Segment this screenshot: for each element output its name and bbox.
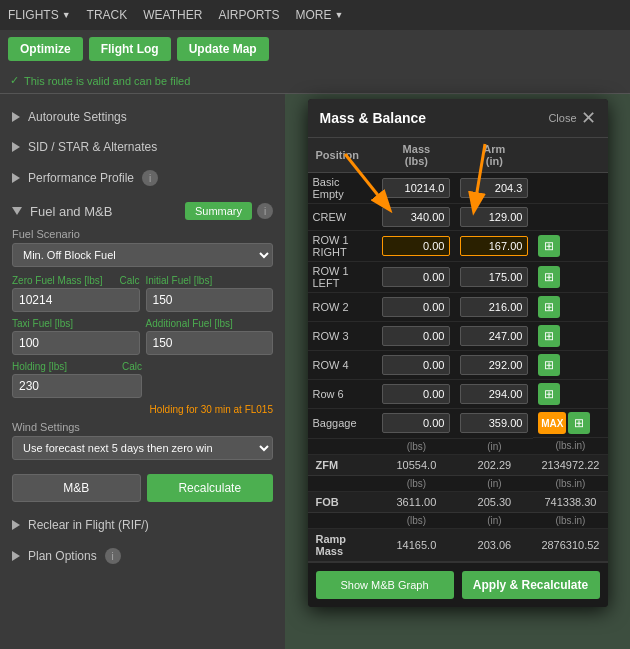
row1right-arm-input[interactable] — [460, 236, 528, 256]
ramp-subheader: (lbs) (in) (lbs.in) — [308, 512, 608, 528]
mass-balance-modal: Mass & Balance Close ✕ Position Mass(lbs… — [308, 99, 608, 607]
crew-mass-input[interactable] — [382, 207, 450, 227]
zfm-label: ZFM — [308, 454, 378, 475]
row1right-mass-input[interactable] — [382, 236, 450, 256]
subheader-in: (in) — [455, 438, 533, 454]
table-row: ROW 4 ⊞ — [308, 351, 608, 380]
nav-track[interactable]: TRACK — [87, 8, 128, 22]
row6-mass-input[interactable] — [382, 384, 450, 404]
row3-arm-input[interactable] — [460, 326, 528, 346]
fuel-expand-icon — [12, 207, 22, 215]
fob-label: FOB — [308, 491, 378, 512]
fob-lbs: 3611.00 — [377, 491, 455, 512]
row3-mass-input[interactable] — [382, 326, 450, 346]
taxi-fuel-row: Taxi Fuel [lbs] Additional Fuel [lbs] — [12, 318, 273, 355]
plan-expand-icon — [12, 551, 20, 561]
fuel-info-icon[interactable]: i — [257, 203, 273, 219]
holding-note: Holding for 30 min at FL015 — [12, 404, 273, 415]
close-label: Close — [548, 112, 576, 124]
col-arm: Arm(in) — [455, 138, 533, 173]
table-row: CREW — [308, 204, 608, 231]
plan-options-section[interactable]: Plan Options i — [0, 540, 285, 572]
position-label: ROW 1RIGHT — [308, 231, 378, 262]
initial-fuel-input[interactable] — [146, 288, 274, 312]
table-row: Row 6 ⊞ — [308, 380, 608, 409]
fob-subheader-lbs: (lbs) — [377, 475, 455, 491]
nav-weather[interactable]: WEATHER — [143, 8, 202, 22]
row4-arm-input[interactable] — [460, 355, 528, 375]
plan-info-icon[interactable]: i — [105, 548, 121, 564]
subheader-lbs: (lbs) — [377, 438, 455, 454]
row4-mass-input[interactable] — [382, 355, 450, 375]
wind-settings-select[interactable]: Use forecast next 5 days then zero win — [12, 436, 273, 460]
mb-button[interactable]: M&B — [12, 474, 141, 502]
fob-row: FOB 3611.00 205.30 741338.30 — [308, 491, 608, 512]
table-row: Baggage MAX ⊞ — [308, 409, 608, 439]
subheader-lbsin: (lbs.in) — [533, 438, 607, 454]
close-icon[interactable]: ✕ — [581, 107, 596, 129]
col-mass: Mass(lbs) — [377, 138, 455, 173]
nav-more[interactable]: MORE ▼ — [296, 8, 344, 22]
summary-subheader: (lbs) (in) (lbs.in) — [308, 438, 608, 454]
additional-fuel-input[interactable] — [146, 331, 274, 355]
baggage-max-button[interactable]: MAX — [538, 412, 566, 434]
row4-calc-button[interactable]: ⊞ — [538, 354, 560, 376]
row3-calc-button[interactable]: ⊞ — [538, 325, 560, 347]
performance-profile-section[interactable]: Performance Profile i — [0, 162, 285, 194]
reclear-section[interactable]: Reclear in Flight (RIF/) — [0, 510, 285, 540]
row1right-calc-button[interactable]: ⊞ — [538, 235, 560, 257]
zfm-lbsin: 2134972.22 — [533, 454, 607, 475]
performance-info-icon[interactable]: i — [142, 170, 158, 186]
row2-mass-input[interactable] — [382, 297, 450, 317]
nav-flights[interactable]: FLIGHTS ▼ — [8, 8, 71, 22]
crew-arm-input[interactable] — [460, 207, 528, 227]
row6-arm-input[interactable] — [460, 384, 528, 404]
sid-star-section[interactable]: SID / STAR & Alternates — [0, 132, 285, 162]
fob-lbsin: 741338.30 — [533, 491, 607, 512]
row2-arm-input[interactable] — [460, 297, 528, 317]
row1left-arm-input[interactable] — [460, 267, 528, 287]
modal-footer: Show M&B Graph Apply & Recalculate — [308, 562, 608, 607]
row1left-calc-button[interactable]: ⊞ — [538, 266, 560, 288]
position-label: ROW 4 — [308, 351, 378, 380]
status-bar: ✓ This route is valid and can be filed — [0, 68, 630, 94]
fuel-scenario-select[interactable]: Min. Off Block Fuel — [12, 243, 273, 267]
position-label: Baggage — [308, 409, 378, 439]
baggage-calc-button[interactable]: ⊞ — [568, 412, 590, 434]
modal-overlay: Mass & Balance Close ✕ Position Mass(lbs… — [285, 94, 630, 649]
basic-empty-arm-input[interactable] — [460, 178, 528, 198]
autoroute-settings-section[interactable]: Autoroute Settings — [0, 102, 285, 132]
row2-calc-button[interactable]: ⊞ — [538, 296, 560, 318]
modal-title: Mass & Balance — [320, 110, 427, 126]
optimize-button[interactable]: Optimize — [8, 37, 83, 61]
fuel-section-header[interactable]: Fuel and M&B — [12, 204, 112, 219]
fuel-section: Fuel and M&B Summary i Fuel Scenario Min… — [0, 194, 285, 510]
reclear-expand-icon — [12, 520, 20, 530]
table-row: ROW 2 ⊞ — [308, 293, 608, 322]
check-icon: ✓ — [10, 74, 19, 87]
left-panel: Autoroute Settings SID / STAR & Alternat… — [0, 94, 285, 649]
zero-fuel-mass-input[interactable] — [12, 288, 140, 312]
ramp-mass-label: Ramp Mass — [308, 528, 378, 561]
apply-recalculate-button[interactable]: Apply & Recalculate — [462, 571, 600, 599]
row6-calc-button[interactable]: ⊞ — [538, 383, 560, 405]
taxi-fuel-input[interactable] — [12, 331, 140, 355]
flight-log-button[interactable]: Flight Log — [89, 37, 171, 61]
position-label: Row 6 — [308, 380, 378, 409]
baggage-arm-input[interactable] — [460, 413, 528, 433]
recalculate-button[interactable]: Recalculate — [147, 474, 274, 502]
ramp-subheader-lbsin: (lbs.in) — [533, 512, 607, 528]
holding-row: Holding [lbs] Calc — [12, 361, 273, 398]
holding-fuel-input[interactable] — [12, 374, 142, 398]
basic-empty-mass-input[interactable] — [382, 178, 450, 198]
mass-balance-table: Position Mass(lbs) Arm(in) Basic Empty — [308, 138, 608, 562]
update-map-button[interactable]: Update Map — [177, 37, 269, 61]
show-graph-button[interactable]: Show M&B Graph — [316, 571, 454, 599]
zfm-in: 202.29 — [455, 454, 533, 475]
table-row: ROW 1LEFT ⊞ — [308, 262, 608, 293]
nav-airports[interactable]: AIRPORTS — [218, 8, 279, 22]
row1left-mass-input[interactable] — [382, 267, 450, 287]
baggage-mass-input[interactable] — [382, 413, 450, 433]
summary-button[interactable]: Summary — [185, 202, 252, 220]
position-label: Basic Empty — [308, 173, 378, 204]
